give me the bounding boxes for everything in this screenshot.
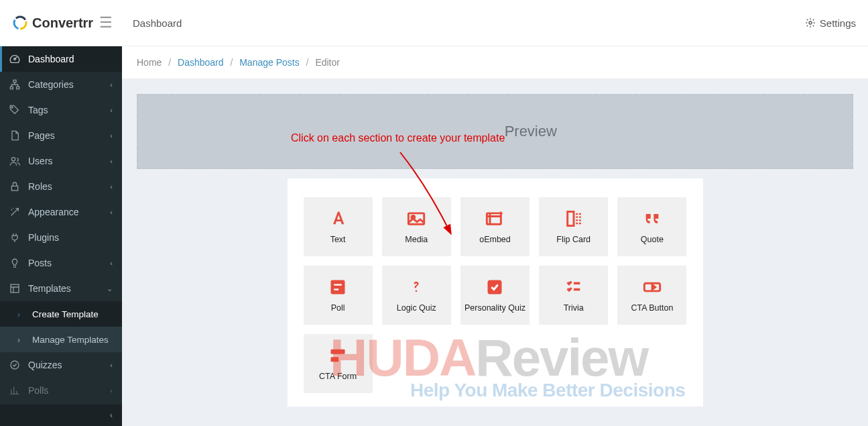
palette-item-label: CTA Button [631, 303, 673, 313]
sidebar-item-quizzes[interactable]: Quizzes ‹ [0, 352, 122, 378]
svg-rect-5 [10, 87, 13, 89]
sidebar-item-label: Polls [28, 385, 102, 396]
palette-item-trivia[interactable]: Trivia [539, 266, 608, 325]
sidebar: Dashboard Categories ‹ Tags ‹ Pages ‹ [0, 46, 122, 426]
palette-item-label: Text [330, 235, 346, 244]
quote-icon [643, 209, 662, 228]
svg-rect-16 [331, 280, 345, 295]
chevron-left-icon: ‹ [110, 182, 113, 191]
svg-rect-12 [409, 213, 424, 224]
main-content: Home / Dashboard / Manage Posts / Editor… [122, 46, 868, 426]
palette-item-label: oEmbed [479, 235, 511, 244]
sidebar-item-create-template[interactable]: › Create Template [0, 301, 122, 327]
sidebar-item-label: Roles [28, 181, 102, 192]
sidebar-item-dashboard[interactable]: Dashboard [0, 46, 122, 72]
block-palette: Text Media oEmbed Flip Card [288, 178, 703, 407]
sidebar-item-label: Dashboard [28, 54, 113, 64]
palette-item-logicquiz[interactable]: Logic Quiz [382, 266, 451, 325]
chevron-left-icon: ‹ [110, 411, 113, 420]
sidebar-item-manage-templates[interactable]: › Manage Templates [0, 327, 122, 352]
sidebar-item-label: Templates [28, 283, 99, 294]
svg-rect-15 [567, 212, 573, 226]
personality-icon [485, 278, 504, 297]
ctaform-icon [328, 346, 347, 365]
svg-rect-22 [331, 357, 339, 362]
bulb-icon [9, 258, 20, 268]
sidebar-item-pages[interactable]: Pages ‹ [0, 123, 122, 148]
check-icon [9, 360, 20, 370]
chevron-left-icon: ‹ [110, 81, 113, 89]
flipcard-icon [564, 209, 583, 228]
svg-rect-6 [17, 87, 19, 89]
palette-item-label: CTA Form [319, 372, 357, 381]
tag-icon [9, 105, 20, 115]
sidebar-item-plugins[interactable]: Plugins [0, 225, 122, 250]
palette-item-quote[interactable]: Quote [617, 197, 686, 256]
palette-item-text[interactable]: Text [304, 197, 373, 256]
svg-rect-4 [13, 80, 16, 82]
breadcrumb-sep: / [306, 57, 309, 68]
plug-icon [9, 232, 20, 243]
breadcrumb: Home / Dashboard / Manage Posts / Editor [122, 46, 868, 79]
palette-item-ctaform[interactable]: CTA Form [304, 334, 373, 393]
svg-point-7 [11, 107, 13, 108]
chevron-left-icon: ‹ [110, 157, 113, 165]
palette-item-label: Logic Quiz [397, 303, 436, 313]
hamburger-icon[interactable]: ☰ [99, 14, 113, 32]
breadcrumb-editor: Editor [315, 57, 340, 68]
palette-item-label: Poll [331, 303, 345, 313]
sidebar-item-templates[interactable]: Templates ⌄ [0, 276, 122, 301]
sidebar-item-label: Plugins [28, 232, 113, 243]
brand-name: Convertrr [32, 15, 93, 31]
sidebar-item-posts[interactable]: Posts ‹ [0, 250, 122, 276]
chevron-left-icon: ‹ [110, 361, 113, 369]
palette-item-ctabutton[interactable]: CTA Button [617, 266, 686, 325]
breadcrumb-manage-posts[interactable]: Manage Posts [239, 57, 300, 68]
svg-rect-9 [11, 186, 17, 191]
palette-item-oembed[interactable]: oEmbed [460, 197, 530, 256]
chevron-left-icon: ‹ [110, 106, 113, 114]
lock-icon [9, 181, 20, 192]
palette-item-label: Personality Quiz [464, 303, 525, 313]
template-icon [9, 283, 20, 294]
chevron-left-icon: ‹ [110, 208, 113, 216]
brand-logo[interactable]: Convertrr [12, 15, 99, 31]
poll-icon [328, 278, 347, 297]
palette-item-label: Flip Card [556, 235, 591, 244]
breadcrumb-dashboard[interactable]: Dashboard [178, 57, 224, 68]
settings-link[interactable]: Settings [805, 17, 856, 29]
wand-icon [9, 207, 20, 217]
sidebar-item-label: Tags [28, 105, 102, 115]
svg-rect-10 [11, 284, 19, 292]
sidebar-item-label: Pages [28, 130, 102, 141]
gear-icon [805, 17, 816, 28]
preview-dropzone[interactable]: Preview [137, 94, 853, 169]
sidebar-item-users[interactable]: Users ‹ [0, 148, 122, 174]
palette-item-personalityquiz[interactable]: Personality Quiz [460, 266, 530, 325]
breadcrumb-sep: / [230, 57, 233, 68]
sidebar-item-polls[interactable]: Polls ‹ [0, 378, 122, 403]
palette-item-poll[interactable]: Poll [304, 266, 373, 325]
ctabutton-icon [643, 278, 662, 297]
settings-label: Settings [820, 17, 856, 29]
sidebar-item-label: Manage Templates [32, 335, 113, 345]
sidebar-item-label: Create Template [32, 309, 113, 319]
sidebar-item-label: Users [28, 156, 102, 166]
breadcrumb-sep: / [168, 57, 171, 68]
text-icon [328, 209, 347, 228]
sidebar-item-categories[interactable]: Categories ‹ [0, 72, 122, 97]
page-icon [9, 130, 20, 141]
svg-rect-14 [487, 213, 501, 224]
sidebar-item-roles[interactable]: Roles ‹ [0, 174, 122, 199]
palette-item-label: Trivia [564, 303, 584, 313]
media-icon [407, 209, 426, 228]
svg-point-8 [11, 158, 15, 161]
sidebar-item-tags[interactable]: Tags ‹ [0, 97, 122, 123]
breadcrumb-home: Home [137, 57, 162, 68]
sidebar-item-appearance[interactable]: Appearance ‹ [0, 199, 122, 225]
logo-icon [12, 15, 28, 31]
sidebar-collapse-toggle[interactable]: ‹ [0, 405, 122, 426]
palette-item-flipcard[interactable]: Flip Card [539, 197, 608, 256]
trivia-icon [564, 278, 583, 297]
palette-item-media[interactable]: Media [382, 197, 451, 256]
